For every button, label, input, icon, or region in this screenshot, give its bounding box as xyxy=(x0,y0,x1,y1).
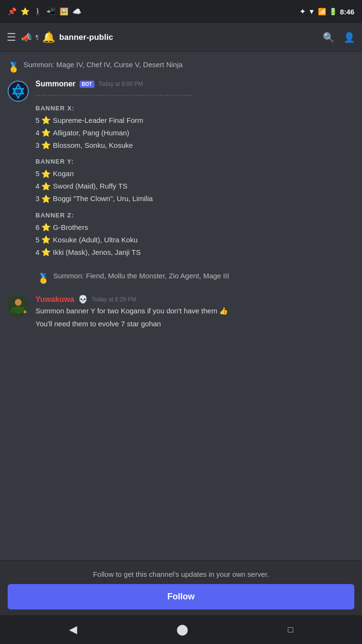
announcement-icon: ¶ xyxy=(35,34,38,41)
user-avatar xyxy=(8,296,29,317)
medal-icon-2: 🥇 xyxy=(37,273,49,284)
image-icon: 🖼️ xyxy=(59,7,69,16)
download-icon: 📲 xyxy=(47,7,56,16)
user-message-content: Yuwakuwa 💀 Today at 8:29 PM Summon banne… xyxy=(35,295,354,329)
bot-message-content: Summoner BOT Today at 8:00 PM ----------… xyxy=(35,80,354,264)
banner-z-item-1: 6 ⭐ G-Brothers xyxy=(35,222,354,233)
summon-text-1: Summon: Mage IV, Chef IV, Curse V, Deser… xyxy=(23,60,183,69)
signal-icon: 📶 xyxy=(318,8,326,15)
follow-button[interactable]: Follow xyxy=(8,584,354,609)
channel-name: banner-public xyxy=(59,33,113,42)
hamburger-menu[interactable]: ☰ xyxy=(7,31,16,44)
summon-strip-1: 🥇 Summon: Mage IV, Chef IV, Curse V, Des… xyxy=(8,57,354,80)
banner-y-section: BANNER Y: 5 ⭐ Kogan 4 ⭐ Sword (Maid), Ru… xyxy=(35,157,354,205)
banner-y-item-3: 3 ⭐ Boggi "The Clown", Uru, Limilia xyxy=(35,193,354,205)
star-of-david-icon xyxy=(10,83,27,100)
bot-avatar xyxy=(8,81,29,102)
cloud-icon: ☁️ xyxy=(72,7,82,16)
clock: 8:46 xyxy=(340,8,354,16)
banner-x-item-1: 5 ⭐ Supreme-Leader Final Form xyxy=(35,115,354,126)
bot-message: Summoner BOT Today at 8:00 PM ----------… xyxy=(8,80,354,264)
banner-z-item-2: 5 ⭐ Kosuke (Adult), Ultra Koku xyxy=(35,234,354,246)
bot-message-header: Summoner BOT Today at 8:00 PM xyxy=(35,80,354,88)
bot-timestamp: Today at 8:00 PM xyxy=(98,81,143,87)
nav-actions: 🔍 👤 xyxy=(323,32,355,43)
pin-icon: 📌 xyxy=(8,7,17,16)
search-icon[interactable]: 🔍 xyxy=(323,32,335,43)
bell-icon: 🔔 xyxy=(42,31,55,44)
user-message-header: Yuwakuwa 💀 Today at 8:29 PM xyxy=(35,295,354,304)
megaphone-icon: 📣 xyxy=(21,32,32,43)
star-icon: ⭐ xyxy=(21,7,30,16)
banner-y-title: BANNER Y: xyxy=(35,157,354,167)
top-nav: ☰ 📣 ¶ 🔔 banner-public 🔍 👤 xyxy=(0,23,362,52)
bot-username: Summoner xyxy=(35,80,76,88)
walk-icon: 🚶 xyxy=(34,7,43,16)
status-left-icons: 📌 ⭐ 🚶 📲 🖼️ ☁️ xyxy=(8,7,82,16)
wifi-icon: ▼ xyxy=(308,8,315,15)
user-line-1: Summon banner Y for two Kogans if you do… xyxy=(35,306,354,317)
back-button[interactable]: ◀ xyxy=(69,623,77,636)
bluetooth-icon: ✦ xyxy=(300,8,305,15)
user-line-2: You'll need them to evolve 7 star gohan xyxy=(35,319,354,330)
channel-info: 📣 ¶ 🔔 banner-public xyxy=(21,31,318,44)
svg-point-6 xyxy=(15,299,22,306)
banner-z-title: BANNER Z: xyxy=(35,211,354,220)
follow-description: Follow to get this channel's updates in … xyxy=(8,570,354,578)
banner-y-item-2: 4 ⭐ Sword (Maid), Ruffy TS xyxy=(35,181,354,192)
banner-z-item-3: 4 ⭐ Ikki (Mask), Jenos, Janji TS xyxy=(35,247,354,258)
user-username: Yuwakuwa xyxy=(35,295,74,304)
bot-badge: BOT xyxy=(80,81,94,88)
user-avatar-svg xyxy=(8,296,29,317)
banner-x-item-3: 3 ⭐ Blossom, Sonku, Kosuke xyxy=(35,140,354,151)
medal-icon-1: 🥇 xyxy=(8,61,20,73)
bottom-nav: ◀ ⬤ □ xyxy=(0,615,362,644)
banner-z-section: BANNER Z: 6 ⭐ G-Brothers 5 ⭐ Kosuke (Adu… xyxy=(35,211,354,259)
banner-y-item-1: 5 ⭐ Kogan xyxy=(35,168,354,180)
bot-message-body: ----------------------------------------… xyxy=(35,90,354,258)
battery-icon: 🔋 xyxy=(329,8,337,15)
summon-text-2: Summon: Fiend, Mollu the Monster, Zio Ag… xyxy=(53,272,229,280)
profile-icon[interactable]: 👤 xyxy=(343,32,355,43)
summon-strip-2: 🥇 Summon: Fiend, Mollu the Monster, Zio … xyxy=(35,268,354,291)
svg-point-7 xyxy=(13,306,23,314)
banner-x-item-2: 4 ⭐ Alligator, Pang (Human) xyxy=(35,127,354,139)
divider: ----------------------------------------… xyxy=(35,90,354,100)
status-right-icons: ✦ ▼ 📶 🔋 8:46 xyxy=(300,8,354,16)
user-message-body: Summon banner Y for two Kogans if you do… xyxy=(35,306,354,329)
follow-section: Follow to get this channel's updates in … xyxy=(0,560,362,615)
svg-point-10 xyxy=(23,310,26,313)
user-timestamp: Today at 8:29 PM xyxy=(92,296,136,303)
skull-icon: 💀 xyxy=(78,295,88,304)
user-message: Yuwakuwa 💀 Today at 8:29 PM Summon banne… xyxy=(8,295,354,329)
banner-x-section: BANNER X: 5 ⭐ Supreme-Leader Final Form … xyxy=(35,104,354,152)
banner-x-title: BANNER X: xyxy=(35,104,354,113)
chat-area: 🥇 Summon: Mage IV, Chef IV, Curse V, Des… xyxy=(0,52,362,560)
recents-button[interactable]: □ xyxy=(288,625,293,635)
status-bar: 📌 ⭐ 🚶 📲 🖼️ ☁️ ✦ ▼ 📶 🔋 8:46 xyxy=(0,0,362,23)
home-button[interactable]: ⬤ xyxy=(176,623,188,636)
